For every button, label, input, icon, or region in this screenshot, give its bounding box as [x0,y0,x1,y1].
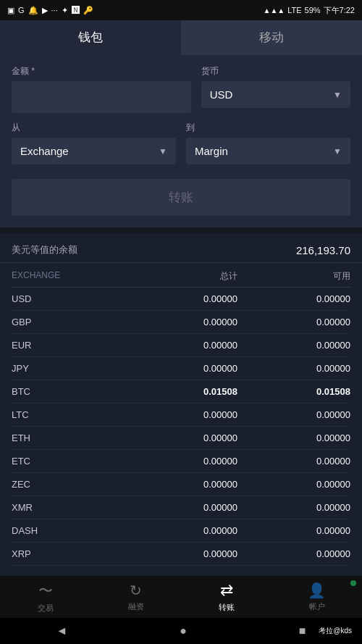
cell-avail-1: 0.00000 [237,317,350,327]
cell-name-5: LTC [12,409,125,420]
nav-account[interactable]: 👤 帐户 [272,582,362,612]
currency-arrow-icon: ▼ [333,90,342,100]
status-icon-6: ✦ [62,6,68,15]
cell-avail-8: 0.00000 [237,479,350,490]
sys-bar: ◄ ● ■ 考拉@kds [0,618,362,644]
cell-name-10: DASH [12,525,125,536]
account-label: 帐户 [309,601,325,612]
cell-avail-0: 0.00000 [237,293,350,304]
table-row: LTC 0.00000 0.00000 [12,403,350,427]
from-label: 从 [12,122,176,134]
nav-trade[interactable]: 〜 交易 [0,581,90,614]
transfer-label: 转账 [219,602,235,613]
trade-label: 交易 [38,603,54,614]
status-right: ▲▲▲ LTE 59% 下午7:22 [263,5,355,16]
account-icon: 👤 [308,582,326,599]
balance-value: 216,193.70 [296,244,350,256]
cell-total-1: 0.00000 [125,317,237,327]
back-button[interactable]: ◄ [56,624,67,637]
currency-value: USD [210,88,233,101]
cell-avail-6: 0.00000 [237,432,350,443]
tab-wallet-label: 钱包 [78,29,103,46]
cell-total-7: 0.00000 [125,456,237,467]
table-row: XRP 0.00000 0.00000 [12,543,350,566]
balance-label: 美元等值的余额 [12,243,77,256]
account-online-dot [350,580,356,586]
status-icon-5: ··· [51,6,58,14]
signal-indicator: ▲▲▲ [263,7,285,14]
transfer-button[interactable]: 转账 [12,179,350,216]
cell-avail-11: 0.00000 [237,548,350,559]
status-icon-4: ▶ [42,6,48,15]
nav-fund[interactable]: ↻ 融资 [90,582,181,612]
table-row: ETC 0.00000 0.00000 [12,450,350,473]
cell-name-7: ETC [12,456,125,467]
cell-total-4: 0.01508 [125,386,237,397]
status-icon-3: 🔔 [28,6,38,15]
cell-name-0: USD [12,293,125,304]
currency-group: 货币 USD ▼ [201,65,350,113]
status-icon-7: 🅽 [72,6,80,14]
status-icon-2: G [18,6,25,14]
cell-name-8: ZEC [12,479,125,490]
watermark: 考拉@kds [319,626,352,636]
cell-avail-4: 0.01508 [237,386,350,397]
status-bar: ▣ G 🔔 ▶ ··· ✦ 🅽 🔑 ▲▲▲ LTE 59% 下午7:22 [0,0,362,20]
cell-total-3: 0.00000 [125,363,237,374]
cell-avail-5: 0.00000 [237,409,350,420]
table-row: XMR 0.00000 0.00000 [12,496,350,519]
cell-name-3: JPY [12,363,125,374]
table-row: GBP 0.00000 0.00000 [12,311,350,334]
home-button[interactable]: ● [180,624,187,637]
time-display: 下午7:22 [324,5,355,16]
cell-total-8: 0.00000 [125,479,237,490]
amount-group: 金额 * [12,65,191,113]
currency-select[interactable]: USD ▼ [201,81,350,108]
bottom-nav: 〜 交易 ↻ 融资 ⇄ 转账 👤 帐户 [0,576,362,618]
amount-label: 金额 * [12,65,191,78]
tab-wallet[interactable]: 钱包 [0,20,181,55]
table-row: DASH 0.00000 0.00000 [12,519,350,543]
table-row: BTC 0.01508 0.01508 [12,380,350,403]
from-group: 从 Exchange ▼ [12,122,176,164]
nav-transfer[interactable]: ⇄ 转账 [181,581,272,613]
transfer-nav-icon: ⇄ [220,581,233,600]
status-left: ▣ G 🔔 ▶ ··· ✦ 🅽 🔑 [7,6,93,15]
cell-total-0: 0.00000 [125,293,237,304]
to-group: 到 Margin ▼ [186,122,350,164]
cell-total-10: 0.00000 [125,525,237,536]
fund-label: 融资 [128,601,144,612]
section-divider [0,227,362,233]
table-rows: USD 0.00000 0.00000 GBP 0.00000 0.00000 … [12,288,350,566]
tab-move[interactable]: 移动 [181,20,362,55]
fund-icon: ↻ [130,582,142,599]
form-section: 金额 * 货币 USD ▼ 从 Exchange ▼ 到 Margin ▼ [0,55,362,227]
cell-total-11: 0.00000 [125,548,237,559]
from-select[interactable]: Exchange ▼ [12,138,176,164]
battery-level: 59% [305,6,321,14]
table-row: USD 0.00000 0.00000 [12,288,350,311]
table-row: ETH 0.00000 0.00000 [12,427,350,450]
table-section: EXCHANGE 总计 可用 USD 0.00000 0.00000 GBP 0… [0,263,362,566]
lte-label: LTE [287,6,301,14]
table-row: EUR 0.00000 0.00000 [12,334,350,357]
cell-total-2: 0.00000 [125,340,237,351]
cell-name-6: ETH [12,432,125,443]
currency-label: 货币 [201,65,350,78]
to-select[interactable]: Margin ▼ [186,138,350,164]
recents-button[interactable]: ■ [299,624,306,637]
avail-header: 可用 [237,270,350,283]
cell-avail-9: 0.00000 [237,502,350,513]
cell-avail-7: 0.00000 [237,456,350,467]
trade-icon: 〜 [38,581,53,601]
cell-total-9: 0.00000 [125,502,237,513]
amount-input[interactable] [12,81,191,113]
cell-avail-2: 0.00000 [237,340,350,351]
cell-name-2: EUR [12,340,125,351]
to-arrow-icon: ▼ [333,146,342,156]
top-tabs: 钱包 移动 [0,20,362,55]
balance-section: 美元等值的余额 216,193.70 [0,233,362,263]
cell-name-4: BTC [12,386,125,397]
table-row: JPY 0.00000 0.00000 [12,357,350,380]
exchange-header: EXCHANGE [12,270,125,283]
